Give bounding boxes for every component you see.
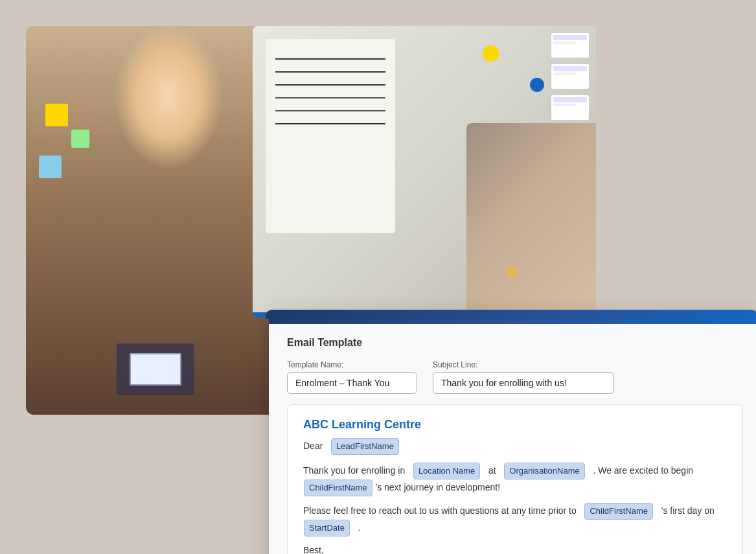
p2-end: . xyxy=(358,522,361,533)
start-date-token[interactable]: StartDate xyxy=(304,520,350,537)
p1-mid: at xyxy=(488,465,496,476)
template-name-group: Template Name: xyxy=(287,360,417,394)
p1-pre: Thank you for enrolling in xyxy=(303,465,405,476)
p1-end: 's next journey in development! xyxy=(375,482,500,492)
best-line: Best, xyxy=(303,543,727,554)
child-first-name-token-1[interactable]: ChildFirstName xyxy=(304,479,372,496)
subject-line-group: Subject Line: xyxy=(433,360,614,394)
mockup-card-1 xyxy=(551,32,590,58)
p2-mid: 's first day on xyxy=(661,505,715,516)
organisation-name-token[interactable]: OrganisationName xyxy=(504,463,584,479)
lead-first-name-token[interactable]: LeadFirstName xyxy=(331,438,399,455)
dear-line: Dear LeadFirstName xyxy=(303,438,727,455)
card-title: Email Template xyxy=(287,337,743,349)
blue-bar-decoration xyxy=(266,310,756,319)
form-row: Template Name: Subject Line: xyxy=(287,360,743,394)
subject-line-input[interactable] xyxy=(433,372,614,394)
paragraph-2: Please feel free to reach out to us with… xyxy=(303,503,727,537)
email-preview: ABC Learning Centre Dear LeadFirstName T… xyxy=(287,404,743,554)
subject-line-label: Subject Line: xyxy=(433,360,614,369)
sticky-note-blue xyxy=(39,156,62,178)
child-first-name-token-2[interactable]: ChildFirstName xyxy=(584,503,653,520)
p2-pre: Please feel free to reach out to us with… xyxy=(303,505,577,516)
email-template-card: Email Template Template Name: Subject Li… xyxy=(269,311,756,554)
ui-mockups xyxy=(551,32,590,121)
p1-post: . We are excited to begin xyxy=(593,465,693,476)
yellow-dot-1 xyxy=(483,45,499,62)
template-name-label: Template Name: xyxy=(287,360,417,369)
sticky-note-yellow xyxy=(45,104,68,126)
sticky-note-green xyxy=(71,130,89,148)
photo-left xyxy=(26,26,285,415)
location-name-token[interactable]: Location Name xyxy=(413,463,480,479)
dear-text: Dear xyxy=(303,441,323,451)
mockup-card-2 xyxy=(551,63,590,89)
paragraph-1: Thank you for enrolling in Location Name… xyxy=(303,463,727,496)
mockup-card-3 xyxy=(551,95,590,121)
template-name-input[interactable] xyxy=(287,372,417,394)
org-name: ABC Learning Centre xyxy=(303,418,727,432)
email-body: Dear LeadFirstName Thank you for enrolli… xyxy=(303,438,727,554)
blue-dot-1 xyxy=(530,78,544,92)
photo-right xyxy=(253,26,596,317)
laptop-icon xyxy=(117,343,194,395)
second-person xyxy=(466,123,596,317)
whiteboard-sketch xyxy=(266,39,395,233)
card-body: Email Template Template Name: Subject Li… xyxy=(269,324,756,554)
